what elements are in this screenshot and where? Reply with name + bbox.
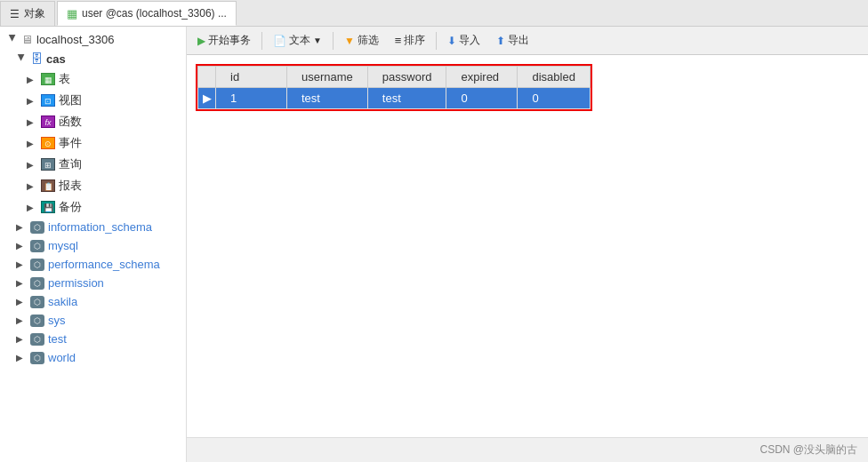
sidebar-item-event[interactable]: ▶ ⊙ 事件 [0, 132, 186, 154]
data-table: id username password expired disabled ▶ … [197, 66, 591, 109]
table-container: id username password expired disabled ▶ … [187, 55, 868, 437]
cas-db-icon: 🗄 [30, 52, 43, 66]
query-label: 查询 [59, 156, 82, 172]
begin-transaction-icon: ▶ [197, 35, 205, 47]
query-icon: ⊞ [41, 158, 55, 171]
sidebar-db-sys[interactable]: ▶ ⬡ sys [0, 311, 186, 330]
server-icon: 🖥 [21, 33, 33, 46]
highlight-box: id username password expired disabled ▶ … [196, 64, 592, 111]
export-label: 导出 [508, 33, 529, 48]
perm-label: permission [48, 276, 104, 290]
sys-arrow: ▶ [16, 315, 27, 325]
view-icon: ⊡ [41, 94, 55, 107]
sidebar-item-report[interactable]: ▶ 📋 报表 [0, 175, 186, 196]
sidebar-server[interactable]: ▶ 🖥 localhost_3306 [0, 30, 186, 49]
tab-user-table[interactable]: ▦ user @cas (localhost_3306) ... [57, 1, 237, 26]
is-label: information_schema [48, 220, 152, 234]
func-icon: fx [41, 116, 55, 128]
filter-button[interactable]: ▼ 筛选 [337, 29, 386, 52]
content-area: ▶ 开始事务 📄 文本 ▼ ▼ 筛选 ≡ 排序 ⬇ 导入 [187, 27, 868, 462]
begin-transaction-button[interactable]: ▶ 开始事务 [190, 29, 258, 52]
sidebar-db-test[interactable]: ▶ ⬡ test [0, 330, 186, 348]
is-icon: ⬡ [30, 221, 44, 234]
sidebar-db-sakila[interactable]: ▶ ⬡ sakila [0, 292, 186, 311]
cell-disabled: 0 [518, 88, 590, 109]
sidebar-db-performance-schema[interactable]: ▶ ⬡ performance_schema [0, 255, 186, 274]
watermark: CSDN @没头脑的古 [760, 442, 857, 458]
col-header-disabled[interactable]: disabled [518, 67, 590, 88]
filter-label: 筛选 [358, 33, 379, 48]
text-button[interactable]: 📄 文本 ▼ [266, 29, 329, 52]
func-arrow: ▶ [27, 117, 37, 127]
import-label: 导入 [459, 33, 480, 48]
col-header-password[interactable]: password [367, 67, 446, 88]
sidebar-db-information-schema[interactable]: ▶ ⬡ information_schema [0, 218, 186, 236]
test-icon: ⬡ [30, 333, 44, 346]
row-indicator: ▶ [198, 88, 216, 109]
export-icon: ⬆ [496, 35, 505, 47]
sidebar-db-cas[interactable]: ▶ 🗄 cas [0, 49, 186, 68]
event-label: 事件 [59, 135, 82, 151]
table-header-row: id username password expired disabled [198, 67, 591, 88]
is-arrow: ▶ [16, 222, 27, 232]
sidebar: ▶ 🖥 localhost_3306 ▶ 🗄 cas ▶ ▦ 表 ▶ ⊡ 视图 … [0, 27, 187, 462]
report-label: 报表 [59, 178, 82, 194]
text-dropdown-icon: ▼ [313, 36, 322, 45]
ps-arrow: ▶ [16, 259, 27, 269]
table-row[interactable]: ▶ 1 test test 0 0 [198, 88, 591, 109]
ps-icon: ⬡ [30, 259, 44, 271]
table-tab-icon: ▦ [67, 7, 77, 20]
view-label: 视图 [59, 92, 82, 108]
object-tab-icon: ☰ [10, 8, 20, 20]
col-header-id[interactable]: id [216, 67, 287, 88]
sakila-label: sakila [48, 295, 77, 308]
world-icon: ⬡ [30, 352, 44, 364]
row-indicator-header [198, 67, 216, 88]
sidebar-db-world[interactable]: ▶ ⬡ world [0, 348, 186, 367]
sidebar-item-table[interactable]: ▶ ▦ 表 [0, 68, 186, 90]
sidebar-item-view[interactable]: ▶ ⊡ 视图 [0, 90, 186, 111]
sidebar-item-func[interactable]: ▶ fx 函数 [0, 111, 186, 132]
sidebar-item-backup[interactable]: ▶ 💾 备份 [0, 196, 186, 218]
tab-object[interactable]: ☰ 对象 [0, 1, 55, 26]
separator-2 [333, 32, 334, 50]
toolbar: ▶ 开始事务 📄 文本 ▼ ▼ 筛选 ≡ 排序 ⬇ 导入 [187, 27, 868, 55]
func-label: 函数 [59, 114, 82, 130]
col-header-username[interactable]: username [287, 67, 368, 88]
sort-icon: ≡ [395, 34, 402, 47]
server-arrow: ▶ [8, 35, 18, 45]
col-header-expired[interactable]: expired [446, 67, 518, 88]
cell-expired: 0 [446, 88, 518, 109]
filter-icon: ▼ [344, 35, 355, 47]
sakila-icon: ⬡ [30, 296, 44, 308]
table-tab-label: user @cas (localhost_3306) ... [82, 7, 227, 20]
perm-icon: ⬡ [30, 277, 44, 290]
report-arrow: ▶ [27, 181, 37, 191]
sidebar-db-mysql[interactable]: ▶ ⬡ mysql [0, 236, 186, 255]
event-icon: ⊙ [41, 137, 55, 149]
cell-username: test [287, 88, 368, 109]
test-arrow: ▶ [16, 334, 27, 344]
import-icon: ⬇ [447, 35, 456, 47]
separator-3 [436, 32, 437, 50]
world-label: world [48, 351, 76, 364]
import-button[interactable]: ⬇ 导入 [440, 29, 487, 52]
table-arrow: ▶ [27, 75, 37, 84]
cas-db-label: cas [46, 52, 66, 66]
sort-label: 排序 [404, 33, 425, 48]
cas-arrow: ▶ [17, 53, 27, 64]
table-label: 表 [59, 71, 70, 87]
text-label: 文本 [289, 33, 310, 48]
mysql-label: mysql [48, 239, 78, 252]
sidebar-db-permission[interactable]: ▶ ⬡ permission [0, 274, 186, 292]
export-button[interactable]: ⬆ 导出 [489, 29, 536, 52]
sidebar-item-query[interactable]: ▶ ⊞ 查询 [0, 154, 186, 175]
sys-icon: ⬡ [30, 315, 44, 327]
ps-label: performance_schema [48, 258, 160, 271]
view-arrow: ▶ [27, 96, 37, 106]
test-label: test [48, 332, 67, 346]
backup-arrow: ▶ [27, 203, 37, 212]
sort-button[interactable]: ≡ 排序 [388, 29, 433, 52]
table-icon: ▦ [41, 73, 55, 85]
server-label: localhost_3306 [36, 33, 114, 46]
